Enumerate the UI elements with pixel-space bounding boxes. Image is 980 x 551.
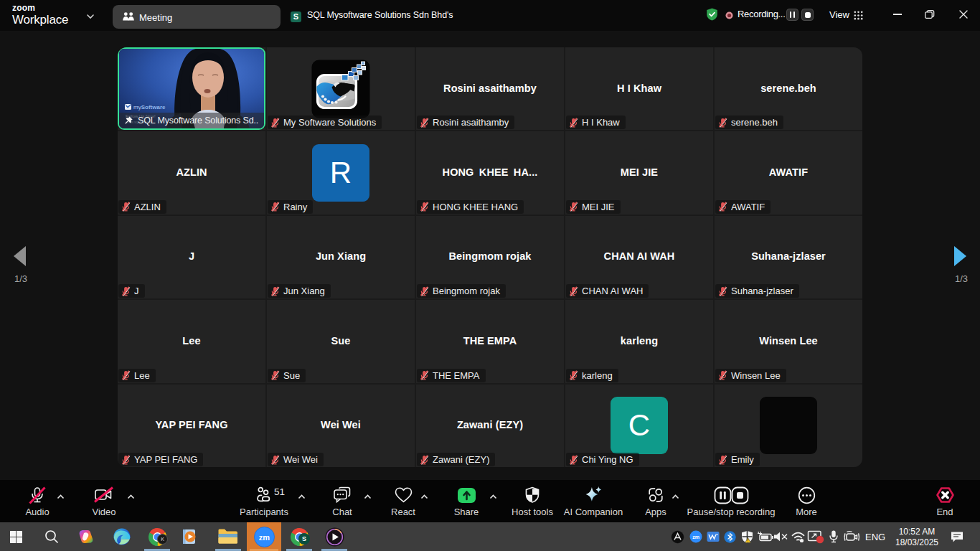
svg-text:mySoftware: mySoftware bbox=[133, 104, 166, 110]
svg-text:51: 51 bbox=[274, 486, 285, 497]
svg-text:zm: zm bbox=[692, 534, 699, 540]
svg-text:zm: zm bbox=[258, 533, 270, 542]
